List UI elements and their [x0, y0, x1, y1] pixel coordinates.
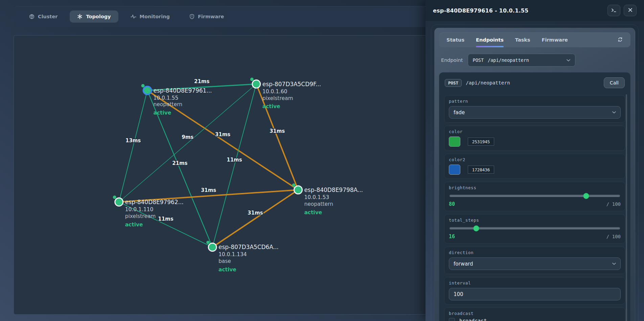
node-esp-840D8E9798A[interactable]: esp-840D8E9798A...10.0.1.53neopatternact…: [292, 183, 363, 216]
slider-values: 16/ 100: [449, 233, 621, 240]
node-esp-840D8E97962[interactable]: esp-840D8E97962...10.0.1.110pixelstreama…: [113, 196, 184, 228]
panel-header-buttons: [604, 5, 637, 16]
slider-thumb[interactable]: [473, 225, 479, 231]
slider-track[interactable]: [450, 195, 620, 197]
node-status-label: active: [125, 222, 143, 228]
refresh-icon: [617, 37, 623, 43]
node-circle: [115, 198, 123, 206]
node-ip-label: 10.0.1.110: [125, 206, 154, 213]
color-row: 2531945: [449, 137, 621, 147]
input-value: 100: [454, 291, 463, 297]
node-esp-807D3A5CD6A[interactable]: esp-807D3A5CD6A...10.0.1.134baseactive: [206, 241, 279, 273]
chevron-down-icon: [612, 111, 616, 114]
call-header: POST /api/neopattern Call: [444, 77, 625, 92]
edge-latency-label: 31ms: [201, 187, 216, 193]
field-label: color: [449, 129, 621, 134]
panel-tabs: StatusEndpointsTasksFirmware: [446, 32, 568, 47]
endpoint-fields: patternfadecolor2531945color21728436brig…: [444, 95, 625, 321]
terminal-button[interactable]: [607, 5, 620, 16]
nav-tab-label: Cluster: [38, 14, 58, 19]
nav-tabs: ClusterTopologyMonitoringFirmware: [22, 10, 231, 23]
edge-latency-label: 11ms: [158, 216, 173, 222]
panel-tabbar: StatusEndpointsTasksFirmware: [439, 32, 630, 47]
tab-endpoints[interactable]: Endpoints: [476, 32, 504, 47]
nav-tab-firmware[interactable]: Firmware: [182, 10, 231, 23]
nav-tab-cluster[interactable]: Cluster: [22, 10, 65, 23]
interval-input[interactable]: 100: [449, 288, 621, 300]
node-type-label: pixelstream: [125, 213, 156, 219]
field-label: pattern: [449, 99, 621, 104]
field-label: brightness: [449, 185, 621, 190]
nav-tab-monitoring[interactable]: Monitoring: [123, 10, 177, 23]
node-status-dot: [250, 78, 254, 81]
node-status-dot: [141, 84, 145, 88]
node-status-label: active: [262, 103, 280, 109]
color-swatch[interactable]: [449, 137, 460, 147]
node-circle-selected: [143, 87, 152, 95]
node-type-label: pixelstream: [262, 95, 293, 101]
node-type-label: neopattern: [304, 201, 333, 207]
tab-status[interactable]: Status: [446, 32, 464, 47]
nav-tab-label: Monitoring: [140, 14, 170, 19]
node-name-label: esp-807D3A5CD9F...: [262, 81, 321, 88]
device-panel: esp-840D8E979616 - 10.0.1.55: [426, 0, 644, 321]
field-color: color2531945: [444, 126, 625, 151]
endpoint-select-method: POST: [473, 57, 484, 63]
slider-max: / 100: [606, 201, 621, 207]
topology-canvas[interactable]: 21ms31ms13ms21ms31ms9ms11ms31ms31ms11mse…: [14, 35, 430, 315]
method-badge: POST: [445, 79, 462, 87]
panel-scrollbar[interactable]: [626, 94, 627, 321]
firmware-icon: [189, 14, 194, 19]
select-value: fade: [454, 109, 465, 116]
checkbox-label: broadcast: [459, 318, 487, 321]
node-status-dot: [292, 183, 295, 187]
field-brightness: brightness80/ 100: [444, 182, 625, 211]
panel-body: StatusEndpointsTasksFirmware Endpoint PO…: [426, 21, 644, 321]
pattern-select[interactable]: fade: [449, 106, 621, 119]
node-status-dot: [113, 196, 116, 199]
endpoint-select[interactable]: POST /api/neopattern: [468, 54, 575, 67]
panel-title: esp-840D8E979616 - 10.0.1.55: [433, 7, 528, 14]
color-value-input[interactable]: 2531945: [468, 138, 494, 146]
slider-thumb[interactable]: [583, 193, 589, 199]
endpoint-select-path: /api/neopattern: [488, 57, 529, 63]
cluster-icon: [29, 14, 34, 19]
color2-swatch[interactable]: [449, 165, 460, 175]
direction-select[interactable]: forward: [449, 257, 621, 270]
field-label: broadcast: [449, 311, 621, 316]
field-pattern: patternfade: [444, 95, 625, 123]
node-circle: [294, 186, 302, 194]
slider-max: / 100: [606, 234, 621, 239]
node-status-label: active: [304, 209, 322, 216]
brightness-slider: [449, 193, 621, 199]
node-name-label: esp-840D8E9798A...: [304, 187, 363, 193]
edge-n1-n4: [119, 91, 147, 202]
color2-value-input[interactable]: 1728436: [468, 166, 494, 174]
topology-graph: 21ms31ms13ms21ms31ms9ms11ms31ms31ms11mse…: [14, 35, 429, 314]
nav-tab-topology[interactable]: Topology: [70, 10, 118, 23]
chevron-down-icon: [567, 59, 570, 61]
node-esp-807D3A5CD9F[interactable]: esp-807D3A5CD9F...10.0.1.60pixelstreamac…: [250, 78, 321, 110]
topology-icon: [77, 14, 83, 19]
endpoint-selector-row: Endpoint POST /api/neopattern: [441, 54, 628, 67]
node-ip-label: 10.0.1.55: [153, 95, 178, 101]
node-status-label: active: [218, 267, 236, 273]
close-button[interactable]: [624, 5, 637, 16]
edge-latency-label: 9ms: [182, 134, 193, 140]
tab-firmware[interactable]: Firmware: [542, 32, 568, 47]
total_steps-slider: [449, 225, 621, 231]
select-value: forward: [454, 261, 473, 267]
node-status-dot: [206, 241, 210, 244]
refresh-button[interactable]: [617, 37, 623, 43]
call-button[interactable]: Call: [604, 77, 625, 88]
node-status-label: active: [153, 110, 171, 116]
terminal-icon: [611, 8, 617, 14]
node-esp-840D8E97961[interactable]: esp-840D8E97961...10.0.1.55neopatternact…: [141, 84, 212, 116]
broadcast-checkbox[interactable]: [449, 318, 455, 321]
tab-tasks[interactable]: Tasks: [515, 32, 530, 47]
color-value: 2531945: [472, 139, 490, 144]
endpoint-label: Endpoint: [441, 57, 463, 63]
node-circle: [252, 80, 260, 88]
node-name-label: esp-840D8E97962...: [125, 199, 184, 205]
endpoint-call-card: POST /api/neopattern Call patternfadecol…: [439, 72, 630, 321]
